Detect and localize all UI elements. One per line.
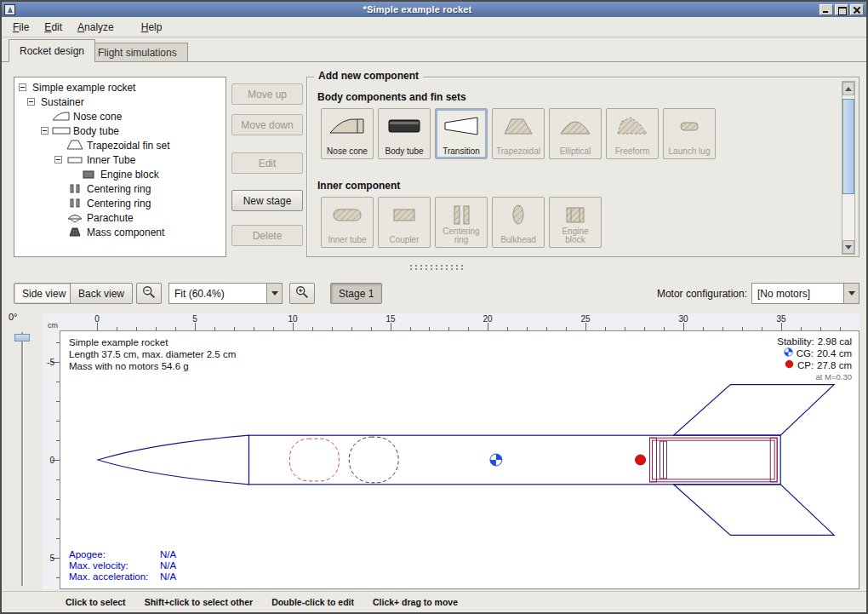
collapse-icon[interactable] bbox=[19, 83, 26, 91]
cg-icon bbox=[784, 347, 793, 359]
app-window: *Simple example rocket File Edit Analyze… bbox=[0, 0, 868, 614]
add-body-tube-button[interactable]: Body tube bbox=[378, 108, 431, 159]
add-inner-tube-button[interactable]: Inner tube bbox=[321, 197, 374, 248]
maximize-button[interactable] bbox=[835, 4, 848, 15]
scrollbar-thumb[interactable] bbox=[842, 99, 854, 194]
splitter-handle[interactable] bbox=[408, 264, 463, 271]
edit-button[interactable]: Edit bbox=[231, 152, 303, 174]
title-bar: *Simple example rocket bbox=[2, 2, 866, 17]
move-up-button[interactable]: Move up bbox=[231, 83, 303, 105]
tree-item-nose-cone[interactable]: Nose cone bbox=[16, 109, 224, 123]
mach-label: at M=0.30 bbox=[777, 371, 852, 383]
minimize-button[interactable] bbox=[819, 4, 833, 15]
window-title: *Simple example rocket bbox=[15, 4, 819, 14]
rotation-angle-label: 0° bbox=[9, 312, 18, 322]
zoom-in-button[interactable] bbox=[289, 283, 315, 304]
zoom-combo[interactable]: Fit (60.4%) bbox=[168, 283, 283, 304]
menu-edit[interactable]: Edit bbox=[37, 19, 70, 36]
tree-item-centering-ring-2[interactable]: Centering ring bbox=[16, 196, 224, 210]
tab-flight-simulations[interactable]: Flight simulations bbox=[87, 43, 188, 61]
window-icon[interactable] bbox=[4, 4, 15, 15]
menu-bar: File Edit Analyze Help bbox=[2, 17, 866, 37]
collapse-icon[interactable] bbox=[27, 98, 35, 106]
motor-configuration-label: Motor configuration: bbox=[642, 283, 747, 304]
component-tree[interactable]: Simple example rocket Sustainer Nose con… bbox=[14, 77, 226, 257]
body-tube-shape[interactable] bbox=[249, 435, 781, 485]
cp-marker[interactable] bbox=[636, 455, 646, 465]
tree-item-parachute[interactable]: Parachute bbox=[16, 210, 224, 225]
new-stage-button[interactable]: New stage bbox=[231, 190, 303, 211]
tree-item-sustainer[interactable]: Sustainer bbox=[16, 95, 224, 109]
stability-line: Stability:2.98 cal bbox=[777, 336, 852, 347]
chevron-down-icon bbox=[843, 284, 859, 303]
add-launch-lug-button[interactable]: Launch lug bbox=[663, 108, 716, 159]
hint-drag: Click+ drag to move bbox=[373, 597, 458, 607]
menu-file[interactable]: File bbox=[5, 19, 37, 36]
zoom-in-icon bbox=[294, 284, 310, 302]
component-scrollbar[interactable] bbox=[842, 81, 855, 255]
rocket-view-canvas[interactable]: Simple example rocket Length 37.5 cm, ma… bbox=[60, 330, 859, 589]
menu-help[interactable]: Help bbox=[134, 19, 170, 36]
close-button[interactable] bbox=[850, 4, 864, 15]
trapezoidal-fin-icon bbox=[500, 113, 537, 142]
zoom-out-button[interactable] bbox=[136, 283, 162, 304]
tab-rocket-design[interactable]: Rocket design bbox=[9, 39, 95, 62]
tree-item-inner-tube[interactable]: Inner Tube bbox=[16, 152, 224, 167]
hint-shift-click: Shift+click to select other bbox=[145, 597, 254, 607]
collapse-icon[interactable] bbox=[54, 156, 62, 164]
back-view-button[interactable]: Back view bbox=[70, 283, 133, 304]
add-transition-button[interactable]: Transition bbox=[435, 108, 488, 159]
ruler-unit-label: cm bbox=[43, 313, 60, 330]
add-elliptical-fin-button[interactable]: Elliptical bbox=[549, 108, 602, 159]
add-trapezoidal-fin-button[interactable]: Trapezoidal bbox=[492, 108, 545, 159]
nose-cone-shape[interactable] bbox=[98, 435, 249, 485]
cg-marker[interactable] bbox=[490, 454, 502, 466]
rocket-dimensions: Length 37.5 cm, max. diameter 2.5 cm bbox=[69, 348, 236, 360]
delete-button[interactable]: Delete bbox=[231, 225, 303, 246]
tree-item-centering-ring-1[interactable]: Centering ring bbox=[16, 181, 224, 196]
tree-item-engine-block[interactable]: Engine block bbox=[16, 167, 224, 181]
fin-bottom-shape[interactable] bbox=[673, 485, 834, 536]
tree-item-mass-component[interactable]: Mass component bbox=[16, 225, 224, 239]
inner-tube-icon bbox=[66, 154, 84, 165]
chevron-down-icon bbox=[266, 284, 282, 303]
rocket-name: Simple example rocket bbox=[69, 336, 236, 348]
menu-analyze[interactable]: Analyze bbox=[70, 19, 122, 36]
cg-line: CG:20.4 cm bbox=[777, 347, 852, 359]
rotation-slider-thumb[interactable] bbox=[14, 334, 30, 341]
launch-lug-icon bbox=[671, 113, 708, 142]
mass-component-icon bbox=[66, 227, 84, 238]
inner-component-label: Inner component bbox=[317, 180, 400, 192]
collapse-icon[interactable] bbox=[41, 127, 49, 135]
add-engine-block-button[interactable]: Engine block bbox=[549, 197, 602, 248]
body-tube-icon bbox=[52, 125, 71, 136]
transition-icon bbox=[443, 113, 480, 142]
tree-item-body-tube[interactable]: Body tube bbox=[16, 123, 224, 138]
rotation-slider[interactable] bbox=[21, 332, 24, 586]
fin-top-shape[interactable] bbox=[673, 385, 834, 436]
scroll-up-icon[interactable] bbox=[842, 82, 854, 95]
zoom-out-icon bbox=[141, 284, 157, 302]
stability-legend: Stability:2.98 cal CG:20.4 cm CP:27.8 cm… bbox=[777, 336, 852, 383]
tree-item-trapezoidal-fin-set[interactable]: Trapezoidal fin set bbox=[16, 138, 224, 152]
add-freeform-fin-button[interactable]: Freeform bbox=[606, 108, 659, 159]
vertical-ruler: -5 0 5 bbox=[43, 330, 60, 589]
add-coupler-button[interactable]: Coupler bbox=[378, 197, 431, 248]
move-down-button[interactable]: Move down bbox=[231, 114, 303, 135]
body-components-label: Body components and fin sets bbox=[317, 91, 466, 103]
tree-item-rocket[interactable]: Simple example rocket bbox=[16, 80, 224, 95]
add-centering-ring-button[interactable]: Centering ring bbox=[435, 197, 488, 248]
motor-configuration-combo[interactable]: [No motors] bbox=[751, 283, 859, 304]
inner-tube-icon bbox=[328, 202, 366, 231]
cp-icon bbox=[785, 359, 794, 371]
add-bulkhead-button[interactable]: Bulkhead bbox=[492, 197, 545, 248]
stage-1-button[interactable]: Stage 1 bbox=[330, 283, 382, 304]
scroll-down-icon[interactable] bbox=[842, 240, 854, 254]
body-tube-icon bbox=[385, 113, 423, 142]
fin-set-icon bbox=[66, 140, 84, 151]
nose-cone-icon bbox=[52, 111, 71, 122]
group-title: Add new component bbox=[314, 70, 423, 82]
centering-ring-icon bbox=[66, 198, 84, 209]
add-nose-cone-button[interactable]: Nose cone bbox=[321, 108, 374, 159]
side-view-button[interactable]: Side view bbox=[14, 283, 74, 304]
